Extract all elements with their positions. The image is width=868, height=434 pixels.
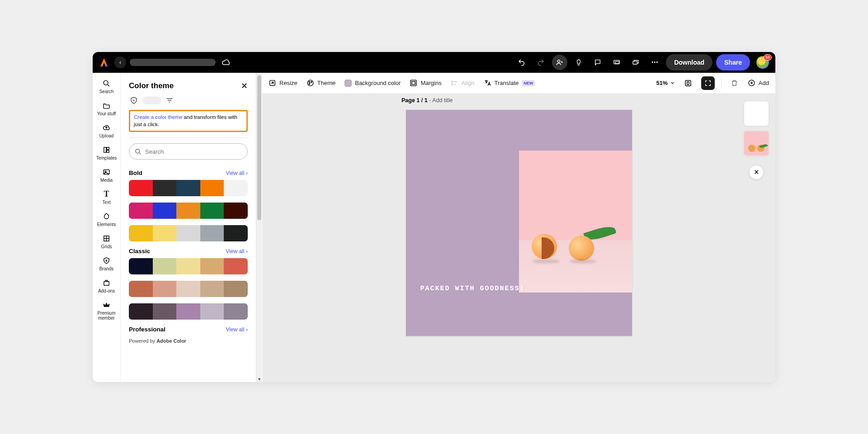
close-icon[interactable]: ✕	[241, 81, 248, 91]
artboard[interactable]: PACKED WITH GOODNESS!	[406, 110, 632, 336]
download-button[interactable]: Download	[666, 54, 712, 71]
svg-text:B: B	[105, 259, 108, 262]
addons-icon	[102, 278, 112, 288]
premium-icon	[102, 300, 112, 310]
back-button[interactable]: ‹	[114, 57, 126, 68]
tb-resize[interactable]: Resize	[269, 79, 297, 87]
brand-shield-icon[interactable]: B	[129, 95, 139, 105]
tb-margins[interactable]: Margins	[410, 79, 441, 87]
rail-label: Brands	[99, 266, 114, 271]
grids-icon	[102, 233, 112, 243]
bgcolor-swatch-icon	[344, 80, 352, 87]
palette-classic-1[interactable]	[129, 258, 248, 274]
text-icon: T	[102, 189, 112, 199]
cloud-sync-icon[interactable]	[221, 57, 231, 67]
callout-link[interactable]: Create a color theme	[134, 114, 182, 120]
peach-graphic	[569, 236, 594, 261]
filter-icon[interactable]	[165, 96, 174, 105]
filter-toggle[interactable]	[142, 96, 161, 104]
svg-rect-7	[107, 150, 109, 152]
scroll-down-icon[interactable]: ▼	[256, 376, 262, 382]
rail-label: Media	[100, 178, 113, 183]
more-icon[interactable]: ···	[647, 55, 662, 70]
search-icon	[102, 78, 112, 88]
app-window: ‹ ··· Download Share 56 Search Your stuf…	[93, 52, 775, 382]
rail-grids[interactable]: Grids	[101, 233, 112, 249]
rail-text[interactable]: TText	[102, 189, 112, 205]
app-logo[interactable]	[99, 57, 109, 67]
callout-create-theme: Create a color theme and transform files…	[129, 110, 248, 132]
view-all-link[interactable]: View all ›	[226, 170, 248, 176]
section-classic-title: Classic	[129, 248, 150, 255]
palette-classic-3[interactable]	[129, 303, 248, 320]
page-thumb-1[interactable]	[744, 131, 769, 156]
lightbulb-icon[interactable]	[571, 55, 586, 70]
rail-elements[interactable]: Elements	[97, 211, 116, 227]
new-badge: NEW	[522, 80, 535, 86]
document-title-pill[interactable]	[130, 59, 216, 66]
svg-rect-12	[104, 281, 109, 285]
rail-your-stuff[interactable]: Your stuff	[97, 100, 116, 116]
palette-bold-2[interactable]	[129, 203, 248, 219]
margins-icon	[410, 79, 417, 87]
canvas-caption[interactable]: PACKED WITH GOODNESS!	[420, 285, 525, 292]
align-icon	[451, 79, 458, 87]
export-icon[interactable]	[628, 55, 643, 70]
svg-point-0	[558, 60, 560, 62]
palette-bold-1[interactable]	[129, 180, 248, 196]
scroll-thumb[interactable]	[257, 75, 261, 220]
fullscreen-button[interactable]	[701, 76, 715, 90]
palette-bold-3[interactable]	[129, 225, 248, 241]
rail-search[interactable]: Search	[99, 78, 114, 94]
media-icon	[102, 167, 112, 177]
view-all-link[interactable]: View all ›	[226, 326, 248, 333]
svg-point-14	[136, 149, 140, 153]
invite-user-icon[interactable]	[552, 55, 567, 70]
color-theme-panel: Color theme ✕ B Create a color theme and…	[121, 73, 256, 382]
close-thumbs-button[interactable]: ✕	[749, 165, 764, 179]
redo-icon[interactable]	[533, 55, 548, 70]
add-page-button[interactable]: Add	[748, 79, 769, 87]
rail-templates[interactable]: Templates	[96, 145, 117, 160]
comment-icon[interactable]	[590, 55, 605, 70]
topbar: ‹ ··· Download Share 56	[93, 52, 775, 73]
page-thumbnails: ✕	[744, 101, 769, 179]
rail-brands[interactable]: BBrands	[99, 255, 114, 271]
share-button[interactable]: Share	[716, 54, 750, 71]
svg-rect-23	[687, 82, 689, 85]
palette-classic-2[interactable]	[129, 281, 248, 297]
resize-icon	[269, 79, 276, 87]
brands-icon: B	[102, 255, 112, 265]
rail-premium[interactable]: Premium member	[93, 300, 120, 321]
profile-avatar[interactable]: 56	[756, 56, 769, 69]
svg-point-19	[309, 84, 310, 85]
panel-search-input[interactable]	[145, 148, 242, 155]
left-rail: Search Your stuff Upload Templates Media…	[93, 73, 121, 382]
rail-addons[interactable]: Add-ons	[98, 278, 115, 293]
fit-page-icon[interactable]	[681, 76, 695, 90]
tb-translate[interactable]: TranslateNEW	[484, 79, 535, 87]
rail-label: Upload	[99, 133, 114, 138]
tb-bgcolor[interactable]: Background color	[344, 80, 401, 87]
templates-icon	[101, 145, 111, 155]
zoom-dropdown[interactable]: 51%	[656, 80, 675, 86]
undo-icon[interactable]	[514, 55, 529, 70]
panel-scrollbar[interactable]: ▲ ▼	[256, 73, 262, 382]
rail-label: Text	[102, 200, 110, 205]
rail-media[interactable]: Media	[100, 167, 113, 183]
panel-search[interactable]	[129, 143, 248, 160]
page-thumb-blank[interactable]	[744, 101, 769, 126]
rail-upload[interactable]: Upload	[99, 123, 114, 138]
rail-label: Your stuff	[97, 111, 116, 116]
tb-theme[interactable]: Theme	[307, 79, 335, 87]
present-icon[interactable]	[609, 55, 624, 70]
canvas-area[interactable]: Page 1 / 1 - Add title PACKED WITH GOODN…	[262, 94, 775, 382]
elements-icon	[102, 211, 112, 221]
page-label[interactable]: Page 1 / 1 - Add title	[401, 97, 453, 104]
svg-rect-20	[411, 80, 417, 86]
canvas-image[interactable]	[519, 151, 632, 292]
folder-icon	[101, 100, 111, 110]
svg-rect-22	[685, 80, 691, 86]
delete-page-icon[interactable]	[728, 76, 741, 90]
view-all-link[interactable]: View all ›	[226, 248, 248, 255]
